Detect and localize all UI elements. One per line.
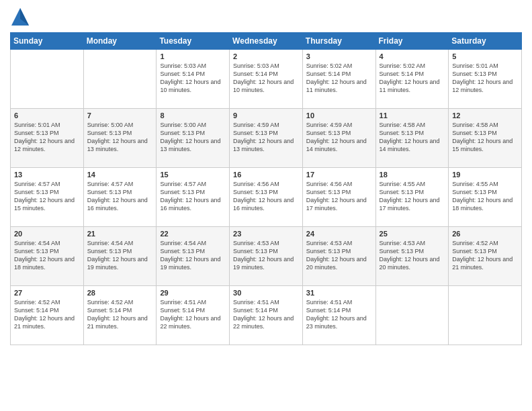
day-number: 8 — [160, 111, 226, 120]
day-info: Sunrise: 4:51 AM Sunset: 5:14 PM Dayligh… — [306, 298, 372, 331]
day-number: 4 — [380, 52, 445, 60]
calendar-cell: 6 Sunrise: 5:01 AM Sunset: 5:13 PM Dayli… — [11, 109, 84, 168]
calendar-cell: 9 Sunrise: 4:59 AM Sunset: 5:13 PM Dayli… — [230, 109, 303, 168]
weekday-header-monday: Monday — [83, 33, 157, 50]
page: SundayMondayTuesdayWednesdayThursdayFrid… — [0, 0, 532, 411]
calendar-cell: 14 Sunrise: 4:57 AM Sunset: 5:13 PM Dayl… — [83, 168, 157, 227]
day-info: Sunrise: 4:52 AM Sunset: 5:13 PM Dayligh… — [452, 239, 518, 272]
day-number: 11 — [380, 111, 445, 120]
logo — [10, 7, 33, 27]
day-info: Sunrise: 4:54 AM Sunset: 5:13 PM Dayligh… — [14, 239, 80, 272]
day-info: Sunrise: 4:58 AM Sunset: 5:13 PM Dayligh… — [380, 121, 445, 154]
calendar-cell: 13 Sunrise: 4:57 AM Sunset: 5:13 PM Dayl… — [11, 168, 84, 227]
day-info: Sunrise: 4:56 AM Sunset: 5:13 PM Dayligh… — [233, 180, 299, 213]
calendar-cell: 15 Sunrise: 4:57 AM Sunset: 5:13 PM Dayl… — [157, 168, 230, 227]
calendar-cell: 12 Sunrise: 4:58 AM Sunset: 5:13 PM Dayl… — [449, 109, 522, 168]
day-info: Sunrise: 4:59 AM Sunset: 5:13 PM Dayligh… — [233, 121, 299, 154]
day-info: Sunrise: 4:51 AM Sunset: 5:14 PM Dayligh… — [160, 298, 226, 331]
weekday-header-friday: Friday — [375, 33, 449, 50]
day-number: 25 — [380, 230, 445, 238]
calendar-cell — [83, 50, 157, 109]
day-info: Sunrise: 4:52 AM Sunset: 5:14 PM Dayligh… — [87, 298, 153, 331]
day-number: 9 — [233, 111, 299, 120]
day-number: 31 — [306, 289, 372, 297]
weekday-header-wednesday: Wednesday — [230, 33, 303, 50]
calendar-cell: 10 Sunrise: 4:59 AM Sunset: 5:13 PM Dayl… — [302, 109, 375, 168]
weekday-header-thursday: Thursday — [302, 33, 375, 50]
day-number: 16 — [233, 171, 299, 179]
day-info: Sunrise: 5:02 AM Sunset: 5:14 PM Dayligh… — [306, 62, 372, 95]
calendar-table: SundayMondayTuesdayWednesdayThursdayFrid… — [10, 32, 522, 345]
day-info: Sunrise: 4:57 AM Sunset: 5:13 PM Dayligh… — [160, 180, 226, 213]
day-info: Sunrise: 4:54 AM Sunset: 5:13 PM Dayligh… — [87, 239, 153, 272]
calendar-cell — [11, 50, 84, 109]
header — [10, 7, 522, 27]
day-info: Sunrise: 4:53 AM Sunset: 5:13 PM Dayligh… — [380, 239, 445, 272]
calendar-week-4: 20 Sunrise: 4:54 AM Sunset: 5:13 PM Dayl… — [11, 227, 522, 286]
calendar-cell: 30 Sunrise: 4:51 AM Sunset: 5:14 PM Dayl… — [230, 286, 303, 345]
calendar-cell: 29 Sunrise: 4:51 AM Sunset: 5:14 PM Dayl… — [157, 286, 230, 345]
day-info: Sunrise: 4:54 AM Sunset: 5:13 PM Dayligh… — [160, 239, 226, 272]
day-info: Sunrise: 4:57 AM Sunset: 5:13 PM Dayligh… — [87, 180, 153, 213]
day-number: 18 — [380, 171, 445, 179]
day-number: 14 — [87, 171, 153, 179]
calendar-cell: 24 Sunrise: 4:53 AM Sunset: 5:13 PM Dayl… — [302, 227, 375, 286]
day-number: 22 — [160, 230, 226, 238]
calendar-week-3: 13 Sunrise: 4:57 AM Sunset: 5:13 PM Dayl… — [11, 168, 522, 227]
day-number: 13 — [14, 171, 80, 179]
calendar-cell: 26 Sunrise: 4:52 AM Sunset: 5:13 PM Dayl… — [449, 227, 522, 286]
weekday-header-saturday: Saturday — [449, 33, 522, 50]
day-number: 28 — [87, 289, 153, 297]
calendar-cell: 4 Sunrise: 5:02 AM Sunset: 5:14 PM Dayli… — [375, 50, 449, 109]
calendar-cell: 2 Sunrise: 5:03 AM Sunset: 5:14 PM Dayli… — [230, 50, 303, 109]
day-number: 20 — [14, 230, 80, 238]
day-info: Sunrise: 5:02 AM Sunset: 5:14 PM Dayligh… — [380, 62, 445, 95]
weekday-header-tuesday: Tuesday — [157, 33, 230, 50]
day-number: 7 — [87, 111, 153, 120]
day-number: 2 — [233, 52, 299, 60]
day-info: Sunrise: 5:01 AM Sunset: 5:13 PM Dayligh… — [452, 62, 518, 95]
calendar-cell: 28 Sunrise: 4:52 AM Sunset: 5:14 PM Dayl… — [83, 286, 157, 345]
calendar-cell: 23 Sunrise: 4:53 AM Sunset: 5:13 PM Dayl… — [230, 227, 303, 286]
day-info: Sunrise: 4:59 AM Sunset: 5:13 PM Dayligh… — [306, 121, 372, 154]
day-number: 12 — [452, 111, 518, 120]
day-number: 27 — [14, 289, 80, 297]
calendar-cell: 1 Sunrise: 5:03 AM Sunset: 5:14 PM Dayli… — [157, 50, 230, 109]
day-info: Sunrise: 4:52 AM Sunset: 5:14 PM Dayligh… — [14, 298, 80, 331]
calendar-cell — [375, 286, 449, 345]
day-number: 6 — [14, 111, 80, 120]
day-info: Sunrise: 4:51 AM Sunset: 5:14 PM Dayligh… — [233, 298, 299, 331]
day-number: 17 — [306, 171, 372, 179]
day-number: 29 — [160, 289, 226, 297]
day-info: Sunrise: 5:01 AM Sunset: 5:13 PM Dayligh… — [14, 121, 80, 154]
calendar-cell: 31 Sunrise: 4:51 AM Sunset: 5:14 PM Dayl… — [302, 286, 375, 345]
calendar-cell: 16 Sunrise: 4:56 AM Sunset: 5:13 PM Dayl… — [230, 168, 303, 227]
day-number: 24 — [306, 230, 372, 238]
day-number: 1 — [160, 52, 226, 60]
calendar-cell: 18 Sunrise: 4:55 AM Sunset: 5:13 PM Dayl… — [375, 168, 449, 227]
day-number: 19 — [452, 171, 518, 179]
day-number: 5 — [452, 52, 518, 60]
calendar-cell: 17 Sunrise: 4:56 AM Sunset: 5:13 PM Dayl… — [302, 168, 375, 227]
day-number: 21 — [87, 230, 153, 238]
calendar-cell: 21 Sunrise: 4:54 AM Sunset: 5:13 PM Dayl… — [83, 227, 157, 286]
calendar-week-1: 1 Sunrise: 5:03 AM Sunset: 5:14 PM Dayli… — [11, 50, 522, 109]
calendar-cell — [449, 286, 522, 345]
day-info: Sunrise: 4:58 AM Sunset: 5:13 PM Dayligh… — [452, 121, 518, 154]
day-number: 30 — [233, 289, 299, 297]
day-number: 23 — [233, 230, 299, 238]
day-number: 3 — [306, 52, 372, 60]
calendar-cell: 19 Sunrise: 4:55 AM Sunset: 5:13 PM Dayl… — [449, 168, 522, 227]
calendar-cell: 7 Sunrise: 5:00 AM Sunset: 5:13 PM Dayli… — [83, 109, 157, 168]
calendar-cell: 20 Sunrise: 4:54 AM Sunset: 5:13 PM Dayl… — [11, 227, 84, 286]
day-info: Sunrise: 5:03 AM Sunset: 5:14 PM Dayligh… — [233, 62, 299, 95]
calendar-cell: 5 Sunrise: 5:01 AM Sunset: 5:13 PM Dayli… — [449, 50, 522, 109]
calendar-cell: 11 Sunrise: 4:58 AM Sunset: 5:13 PM Dayl… — [375, 109, 449, 168]
calendar-cell: 27 Sunrise: 4:52 AM Sunset: 5:14 PM Dayl… — [11, 286, 84, 345]
day-number: 15 — [160, 171, 226, 179]
calendar-cell: 8 Sunrise: 5:00 AM Sunset: 5:13 PM Dayli… — [157, 109, 230, 168]
day-info: Sunrise: 4:56 AM Sunset: 5:13 PM Dayligh… — [306, 180, 372, 213]
day-info: Sunrise: 4:55 AM Sunset: 5:13 PM Dayligh… — [452, 180, 518, 213]
weekday-header-row: SundayMondayTuesdayWednesdayThursdayFrid… — [11, 33, 522, 50]
calendar-cell: 3 Sunrise: 5:02 AM Sunset: 5:14 PM Dayli… — [302, 50, 375, 109]
